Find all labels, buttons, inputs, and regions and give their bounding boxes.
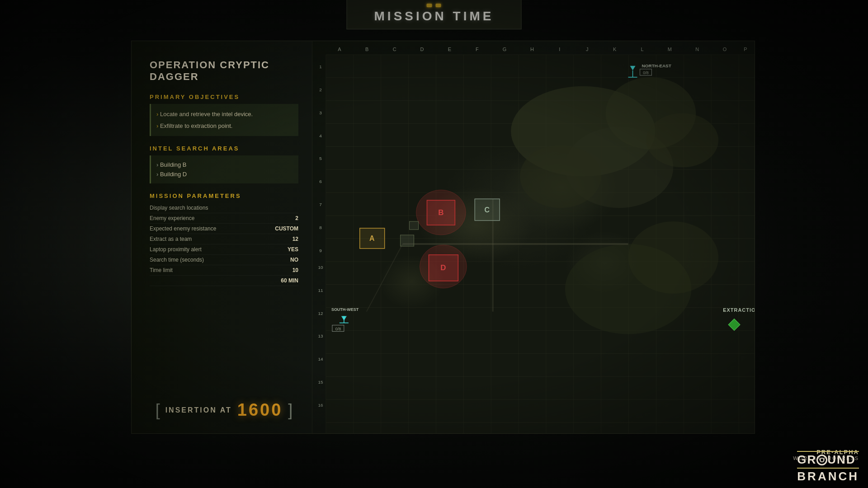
svg-text:7: 7 xyxy=(319,202,322,207)
logo-branch: BRANCH xyxy=(797,469,859,483)
svg-text:10: 10 xyxy=(318,265,323,270)
param-label-3: Extract as a team xyxy=(150,236,192,242)
param-label-4: Laptop proximity alert xyxy=(150,246,202,253)
svg-text:K: K xyxy=(613,47,617,52)
svg-text:1: 1 xyxy=(319,64,322,69)
svg-text:J: J xyxy=(586,47,588,52)
insertion-label: INSERTION AT xyxy=(165,406,232,414)
param-label-6: Time limit xyxy=(150,267,173,273)
map-panel: A B C D E F G H I J K L M N O P 1 2 3 4 … xyxy=(312,41,755,433)
param-label-1: Enemy experience xyxy=(150,215,194,221)
params-section: MISSION PARAMETERS Display search locati… xyxy=(150,192,298,286)
logo-o: O xyxy=(816,455,827,465)
light-dot-1 xyxy=(427,4,432,7)
bracket-left: [ xyxy=(156,402,160,418)
logo-divider-2 xyxy=(797,468,859,469)
svg-text:11: 11 xyxy=(318,288,323,293)
param-value-5: NO xyxy=(290,257,298,263)
svg-text:14: 14 xyxy=(318,357,323,361)
param-value-7: 60 MIN xyxy=(281,277,298,284)
svg-text:P: P xyxy=(744,47,747,52)
svg-text:16: 16 xyxy=(318,403,323,408)
svg-text:N: N xyxy=(695,47,699,52)
param-row-4: Laptop proximity alert YES xyxy=(150,244,298,255)
svg-text:B: B xyxy=(365,47,368,52)
logo-ground: GR xyxy=(797,453,816,467)
svg-text:15: 15 xyxy=(318,380,323,385)
mission-time-container: MISSION TIME xyxy=(347,0,522,29)
svg-text:F: F xyxy=(476,47,479,52)
svg-text:I: I xyxy=(559,47,560,52)
intel-areas-header: INTEL SEARCH AREAS xyxy=(150,145,298,152)
svg-text:A: A xyxy=(338,47,341,52)
intel-box: Building B Building D xyxy=(150,155,298,183)
param-label-0: Display search locations xyxy=(150,205,208,211)
svg-text:12: 12 xyxy=(318,311,323,316)
objectives-box: Locate and retrieve the intel device. Ex… xyxy=(150,104,298,136)
param-row-5: Search time (seconds) NO xyxy=(150,255,298,265)
briefing-panel: OPERATION CRYPTIC DAGGER PRIMARY OBJECTI… xyxy=(132,41,312,433)
logo-und: UND xyxy=(827,453,855,467)
svg-text:13: 13 xyxy=(318,333,323,338)
mission-time-bar: MISSION TIME xyxy=(347,0,522,29)
primary-objectives-header: PRIMARY OBJECTIVES xyxy=(150,94,298,100)
param-label-5: Search time (seconds) xyxy=(150,257,204,263)
svg-text:2: 2 xyxy=(319,87,322,92)
param-value-3: 12 xyxy=(292,236,298,242)
svg-text:H: H xyxy=(530,47,534,52)
svg-text:D: D xyxy=(420,47,424,52)
light-dot-2 xyxy=(436,4,441,7)
svg-text:L: L xyxy=(641,47,643,52)
svg-text:6: 6 xyxy=(319,179,322,184)
param-row-6: Time limit 10 xyxy=(150,265,298,276)
param-label-2: Expected enemy resistance xyxy=(150,225,216,232)
operation-title: OPERATION CRYPTIC DAGGER xyxy=(150,59,298,83)
terrain-background xyxy=(326,55,755,433)
svg-text:8: 8 xyxy=(319,225,322,230)
svg-text:5: 5 xyxy=(319,156,322,161)
insertion-time: 1600 xyxy=(237,400,283,420)
objective-item-2: Exfiltrate to extraction point. xyxy=(156,120,293,132)
param-row-1: Enemy experience 2 xyxy=(150,213,298,224)
objective-item-1: Locate and retrieve the intel device. xyxy=(156,108,293,120)
bracket-right: ] xyxy=(288,402,292,418)
param-row-3: Extract as a team 12 xyxy=(150,234,298,244)
param-value-6: 10 xyxy=(292,267,298,273)
mission-time-label: MISSION TIME xyxy=(374,9,494,23)
svg-text:G: G xyxy=(503,47,507,52)
svg-text:C: C xyxy=(393,47,396,52)
param-row-7: 60 MIN xyxy=(150,276,298,286)
mission-time-lights xyxy=(374,4,494,7)
svg-text:4: 4 xyxy=(319,133,322,138)
svg-text:O: O xyxy=(723,47,727,52)
param-value-1: 2 xyxy=(295,215,298,221)
logo-divider xyxy=(797,451,859,452)
param-value-4: YES xyxy=(288,246,298,253)
svg-text:E: E xyxy=(448,47,451,52)
insertion-bar: [ INSERTION AT 1600 ] xyxy=(150,400,298,420)
svg-text:3: 3 xyxy=(319,110,322,115)
param-row-2: Expected enemy resistance CUSTOM xyxy=(150,224,298,234)
logo-area: GR O UND BRANCH xyxy=(797,450,859,483)
param-value-2: CUSTOM xyxy=(275,225,298,232)
svg-text:M: M xyxy=(668,47,672,52)
svg-text:9: 9 xyxy=(319,248,322,253)
param-row-0: Display search locations xyxy=(150,203,298,213)
params-header: MISSION PARAMETERS xyxy=(150,192,298,199)
intel-area-1: Building B xyxy=(156,160,293,169)
main-board: OPERATION CRYPTIC DAGGER PRIMARY OBJECTI… xyxy=(131,41,755,434)
intel-area-2: Building D xyxy=(156,169,293,179)
